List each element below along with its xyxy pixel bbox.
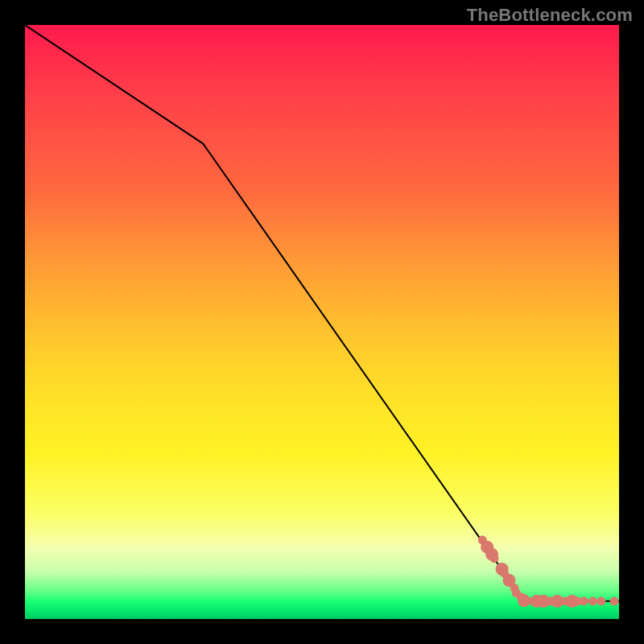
marker-dot [597,597,605,605]
chart-overlay-svg [25,25,619,619]
chart-stage: TheBottleneck.com [0,0,644,644]
marker-dot [490,554,499,563]
marker-dot [610,597,619,605]
watermark-label: TheBottleneck.com [467,5,633,26]
marker-dot [588,597,597,605]
marker-dot [580,597,588,605]
curve-line [25,25,619,601]
plot-area [25,25,619,619]
marker-dot [518,594,530,607]
